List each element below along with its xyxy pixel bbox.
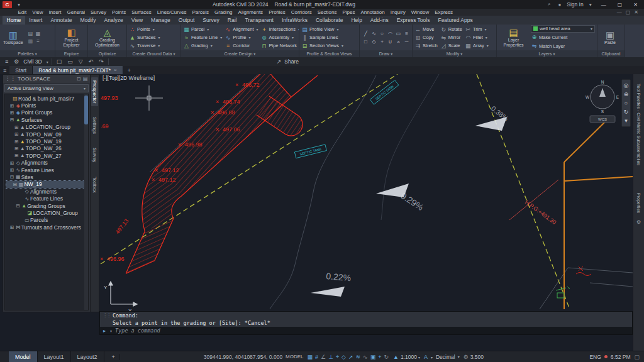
file-tab[interactable]: Road & burn pit_masir7-EDIT* × [33, 66, 123, 74]
nav-icon[interactable]: ↻ [624, 109, 629, 115]
ribbon-button[interactable]: ⊓ Pipe Network [261, 41, 299, 50]
layout-tab[interactable]: Model [9, 351, 38, 362]
tree-item[interactable]: ⊟ ▲ Grading Groups [6, 202, 88, 209]
status-toggle-icon[interactable]: ⊥ [328, 354, 334, 360]
doc-close-icon[interactable]: ✕ [632, 9, 640, 15]
tree-item[interactable]: ⊟ ▲ Surfaces [6, 116, 88, 123]
qat-icon[interactable]: ▽ [77, 58, 84, 65]
ribbon-button[interactable]: ◿ Scale [440, 41, 462, 50]
status-toggle-icon[interactable]: ↻ [383, 354, 389, 360]
close-button[interactable]: ✕ [630, 2, 641, 8]
ribbon-button[interactable]: ⊞ Copy [414, 33, 438, 41]
ribbon-button[interactable]: + Intersections [261, 25, 299, 33]
ribbon-button[interactable]: ⇋ Mirror [440, 33, 462, 41]
menu-item[interactable]: Window [408, 9, 431, 15]
grading-optimization-button[interactable]: ◬ Grading Optimization [90, 28, 125, 47]
ribbon-button[interactable]: ▦ Parcel [183, 25, 222, 33]
palette-mini-icon[interactable]: ▦ [35, 30, 42, 38]
file-tab[interactable]: Start × [9, 66, 33, 74]
draw-tool-icon[interactable]: ◠ [386, 30, 394, 38]
tree-expander-icon[interactable]: ⊞ [9, 160, 15, 166]
tree-item[interactable]: ⊞ ▲ TOPO_NW_19 [6, 138, 88, 145]
status-toggle-icon[interactable]: ∠ [320, 354, 326, 360]
tree-expander-icon[interactable]: ⊞ [9, 167, 15, 173]
panel-label-palettes[interactable]: Palettes [0, 50, 55, 57]
tree-expander-icon[interactable]: ⊟ [9, 174, 15, 180]
menu-item[interactable]: View [30, 9, 46, 15]
draw-tool-icon[interactable]: ○ [378, 30, 386, 38]
draw-tool-icon[interactable]: ▭ [394, 30, 402, 38]
ribbon-tab[interactable]: Express Tools [392, 16, 434, 25]
tree-expander-icon[interactable]: ⊞ [14, 124, 19, 130]
ribbon-button[interactable]: ∿ Traverse [129, 41, 160, 50]
fullscreen-icon[interactable]: ▢ [633, 354, 640, 360]
file-tab-menu-icon[interactable]: ≡ [0, 66, 9, 74]
coordinates-readout[interactable]: 309441.990, 4041087.954, 0.000 [204, 354, 282, 360]
toolspace-tab[interactable]: Toolbox [91, 173, 98, 196]
layer-properties-button[interactable]: ▤ Layer Properties [499, 28, 528, 47]
nav-icon[interactable]: ○ [625, 100, 628, 106]
panel-label-draw[interactable]: Draw [360, 50, 412, 57]
ribbon-button[interactable]: ✂ Trim [465, 25, 489, 33]
tree-item[interactable]: ⊞ ∿ Feature Lines [6, 167, 88, 173]
tree-item[interactable]: ⊞ ▲ TOPO_NW_27 [6, 152, 88, 159]
tree-expander-icon[interactable]: ⊞ [9, 224, 15, 230]
toolspace-tab[interactable]: Settings [91, 114, 98, 137]
status-toggle-icon[interactable]: ▦ [307, 354, 314, 360]
menu-item[interactable]: General [64, 9, 87, 15]
ribbon-tab[interactable]: Manage [147, 16, 175, 25]
palette-mini-icon[interactable]: ▥ [27, 38, 35, 45]
nav-icon[interactable]: ◎ [624, 82, 629, 89]
menu-item[interactable]: Alignments [235, 9, 266, 15]
ribbon-tab[interactable]: Home [3, 16, 25, 25]
status-toggle-icon[interactable]: # [314, 354, 319, 360]
tree-expander-icon[interactable]: ⊞ [14, 153, 19, 158]
qat-icon[interactable]: ↶ [87, 58, 95, 65]
workspace-selector[interactable]: Civil 3D [23, 58, 42, 65]
ribbon-button[interactable]: ∥ Sample Lines [301, 33, 343, 41]
tree-expander-icon[interactable]: ⊟ [9, 117, 15, 123]
tree-item[interactable]: ⊞ ◇ Alignments [6, 160, 88, 167]
ribbon-tab[interactable]: Collaborate [311, 16, 347, 25]
draw-tool-icon[interactable]: ∪ [386, 38, 394, 46]
menu-item[interactable]: Inquiry [387, 9, 408, 15]
tree-expander-icon[interactable]: ⊞ [14, 131, 19, 137]
logo-caret-icon[interactable]: ▾ [16, 2, 22, 8]
new-layout-button[interactable]: + [108, 354, 120, 360]
toolspace-header-icon[interactable]: ▤ [83, 76, 88, 82]
ribbon-tab[interactable]: Analyze [100, 16, 127, 25]
ribbon-tab[interactable]: Help [347, 16, 366, 25]
panel-label-layers[interactable]: Layers [497, 50, 597, 57]
properties-tab[interactable]: Properties [636, 193, 641, 213]
status-toggle-icon[interactable]: ◇ [341, 354, 347, 360]
ribbon-button[interactable]: ∿ Profile [225, 33, 258, 41]
ribbon-button[interactable]: ∴ Points [129, 25, 160, 33]
ribbon-button[interactable]: ↔ Move [414, 25, 438, 33]
scrollbar-thumb[interactable] [84, 96, 88, 124]
status-toggle-icon[interactable]: ↗ [348, 354, 354, 360]
ribbon-tab[interactable]: View [127, 16, 147, 25]
status-toggle-icon[interactable]: ▣ [370, 354, 377, 360]
tree-item[interactable]: ⊞ ◈ Point Groups [6, 109, 88, 116]
ribbon-tab[interactable]: Insert [25, 16, 47, 25]
hamburger-icon[interactable]: ≡ [4, 58, 9, 65]
menu-item[interactable]: Insert [46, 9, 64, 15]
qat-icon[interactable]: ↷ [97, 58, 105, 65]
ribbon-button[interactable]: ▲ Surfaces [129, 33, 160, 41]
ribbon-tab[interactable]: Rail [223, 16, 241, 25]
tree-item[interactable]: ⊞ ▲ LOCATION_Group [6, 124, 88, 131]
tree-item[interactable]: ◪ LOCATION_Group [6, 209, 88, 216]
status-toggle-icon[interactable]: ∿ [362, 354, 369, 360]
ribbon-button[interactable]: ≡ Corridor [225, 41, 258, 50]
tree-expander-icon[interactable]: ⊞ [14, 139, 19, 145]
ribbon-tab[interactable]: InfraWorks [277, 16, 311, 25]
ribbon-button[interactable]: ∿ Alignment [225, 25, 258, 33]
menu-item[interactable]: Surfaces [129, 9, 155, 15]
tab-close-icon[interactable]: × [114, 67, 117, 73]
user-icon[interactable]: ● [556, 2, 563, 8]
draw-tool-icon[interactable]: ≡ [402, 30, 411, 38]
menu-item[interactable]: Annotation [358, 9, 387, 15]
tree-expander-icon[interactable]: ⊟ [15, 203, 21, 209]
palette-mini-icon[interactable]: ≡ [35, 38, 42, 45]
tree-expander-icon[interactable]: ⊞ [9, 110, 15, 116]
